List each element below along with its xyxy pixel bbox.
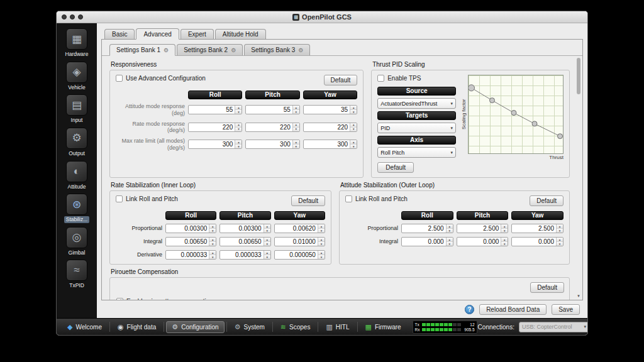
spin-up-icon[interactable]: ▲	[557, 224, 563, 229]
checkbox-box[interactable]	[116, 195, 123, 202]
gear-icon[interactable]: ⚙	[231, 47, 236, 53]
mode-welcome[interactable]: ◆ Welcome	[62, 321, 108, 333]
spin-down-icon[interactable]: ▼	[264, 229, 270, 233]
mode-firmware[interactable]: ▦ Firmware	[360, 321, 407, 333]
spin-up-icon[interactable]: ▲	[350, 106, 357, 110]
mode-flight-data[interactable]: ◉ Flight data	[112, 321, 162, 333]
attitude-proportional-yaw-spinbox[interactable]: 2.500▲▼	[511, 224, 564, 233]
rate-derivative-yaw-spinbox[interactable]: 0.000050▲▼	[274, 250, 325, 260]
attitude-response-pitch-spinbox[interactable]: 55▲▼	[245, 105, 299, 114]
gear-icon[interactable]: ⚙	[164, 47, 169, 53]
spin-down-icon[interactable]: ▼	[501, 242, 508, 246]
checkbox-box[interactable]: ✓	[116, 298, 123, 300]
mode-system[interactable]: ⚙ System	[229, 321, 270, 333]
spin-down-icon[interactable]: ▼	[293, 110, 299, 114]
spin-down-icon[interactable]: ▼	[318, 229, 325, 233]
spin-up-icon[interactable]: ▲	[264, 238, 270, 242]
sidebar-item-txpid[interactable]: ≈ TxPID	[66, 260, 87, 289]
spin-up-icon[interactable]: ▲	[501, 224, 508, 229]
rate-response-roll-spinbox[interactable]: 220▲▼	[188, 123, 242, 132]
spin-up-icon[interactable]: ▲	[447, 224, 453, 229]
rate-integral-yaw-spinbox[interactable]: 0.01000▲▼	[274, 237, 325, 246]
spin-up-icon[interactable]: ▲	[235, 123, 242, 128]
spin-down-icon[interactable]: ▼	[350, 128, 357, 131]
window-close-button[interactable]	[62, 14, 67, 19]
spin-up-icon[interactable]: ▲	[293, 123, 299, 128]
sidebar-item-gimbal[interactable]: ◎ Gimbal	[66, 227, 87, 256]
sidebar-item-output[interactable]: ⚙ Output	[66, 128, 87, 157]
spin-down-icon[interactable]: ▼	[293, 128, 299, 131]
spin-down-icon[interactable]: ▼	[235, 110, 242, 114]
spin-down-icon[interactable]: ▼	[557, 242, 563, 246]
window-zoom-button[interactable]	[78, 14, 83, 19]
max-rate-limit-pitch-spinbox[interactable]: 300▲▼	[245, 140, 299, 149]
reload-board-data-button[interactable]: Reload Board Data	[479, 304, 547, 315]
attitude-link-roll-pitch-checkbox[interactable]: Link Roll and Pitch	[345, 195, 408, 202]
sidebar-item-stabilization[interactable]: ⊛ Stabiliz...	[64, 194, 90, 223]
scrollbar-thumb[interactable]	[577, 58, 580, 94]
tps-default-button[interactable]: Default	[377, 162, 414, 173]
spin-down-icon[interactable]: ▼	[557, 229, 563, 233]
attitude-proportional-pitch-spinbox[interactable]: 2.500▲▼	[457, 224, 509, 233]
rate-integral-pitch-spinbox[interactable]: 0.00650▲▼	[219, 237, 270, 246]
window-titlebar[interactable]: ⊞ OpenPilot GCS	[57, 11, 587, 23]
mode-scopes[interactable]: ≋ Scopes	[275, 321, 316, 333]
spin-up-icon[interactable]: ▲	[209, 238, 216, 242]
spin-down-icon[interactable]: ▼	[209, 229, 216, 233]
tab-expert[interactable]: Expert	[180, 29, 214, 39]
spin-down-icon[interactable]: ▼	[350, 145, 357, 148]
tab-basic[interactable]: Basic	[104, 29, 135, 39]
spin-down-icon[interactable]: ▼	[447, 229, 453, 233]
vertical-scrollbar[interactable]: ▼	[576, 58, 581, 298]
spin-down-icon[interactable]: ▼	[235, 128, 242, 131]
rate-proportional-yaw-spinbox[interactable]: 0.00620▲▼	[274, 224, 325, 233]
spin-down-icon[interactable]: ▼	[501, 229, 508, 233]
spin-down-icon[interactable]: ▼	[209, 242, 216, 246]
rate-response-yaw-spinbox[interactable]: 220▲▼	[303, 123, 357, 132]
spin-up-icon[interactable]: ▲	[209, 251, 216, 255]
checkbox-box[interactable]	[116, 75, 123, 82]
spin-up-icon[interactable]: ▲	[318, 251, 325, 255]
spin-up-icon[interactable]: ▲	[318, 224, 325, 229]
spin-down-icon[interactable]: ▼	[447, 242, 453, 246]
sidebar-item-attitude[interactable]: ◐ Attitude	[66, 161, 88, 190]
spin-down-icon[interactable]: ▼	[293, 145, 299, 148]
rate-derivative-roll-spinbox[interactable]: 0.000033▲▼	[165, 250, 216, 260]
scrollbar-down-arrow[interactable]: ▼	[576, 294, 581, 298]
spin-down-icon[interactable]: ▼	[350, 110, 357, 114]
enable-pirouette-compensation-checkbox[interactable]: ✓ Enable pirouette compensation	[116, 298, 213, 300]
rate-link-roll-pitch-checkbox[interactable]: Link Roll and Pitch	[116, 195, 178, 202]
gear-icon[interactable]: ⚙	[298, 47, 303, 53]
spin-down-icon[interactable]: ▼	[264, 255, 270, 259]
tps-targets-select[interactable]: PID ▾	[377, 123, 456, 133]
tab-altitude-hold[interactable]: Altitude Hold	[215, 29, 266, 39]
tab-advanced[interactable]: Advanced	[136, 28, 179, 40]
pirouette-default-button[interactable]: Default	[530, 282, 564, 293]
spin-up-icon[interactable]: ▲	[235, 140, 242, 145]
spin-up-icon[interactable]: ▲	[264, 251, 270, 255]
spin-up-icon[interactable]: ▲	[264, 224, 270, 229]
spin-up-icon[interactable]: ▲	[293, 140, 299, 145]
spin-up-icon[interactable]: ▲	[501, 238, 508, 242]
rate-proportional-pitch-spinbox[interactable]: 0.00300▲▼	[219, 224, 270, 233]
rate-response-pitch-spinbox[interactable]: 220▲▼	[245, 123, 299, 132]
attitude-integral-pitch-spinbox[interactable]: 0.000▲▼	[457, 237, 509, 246]
checkbox-box[interactable]	[345, 195, 352, 202]
enable-tps-checkbox[interactable]: Enable TPS	[377, 75, 456, 82]
mode-configuration[interactable]: ⚙ Configuration	[166, 321, 224, 333]
spin-down-icon[interactable]: ▼	[318, 255, 325, 259]
sidebar-item-vehicle[interactable]: ◈ Vehicle	[66, 62, 87, 91]
help-icon[interactable]: ?	[465, 305, 474, 314]
spin-up-icon[interactable]: ▲	[293, 106, 299, 110]
attitude-response-roll-spinbox[interactable]: 55▲▼	[188, 105, 242, 114]
sidebar-item-input[interactable]: ▤ Input	[66, 94, 87, 124]
spin-down-icon[interactable]: ▼	[209, 255, 216, 259]
use-advanced-configuration-checkbox[interactable]: Use Advanced Configuration	[116, 75, 206, 82]
mode-hitl[interactable]: ▥ HITL	[320, 321, 355, 333]
rate-integral-roll-spinbox[interactable]: 0.00650▲▼	[165, 237, 216, 246]
rate-proportional-roll-spinbox[interactable]: 0.00300▲▼	[165, 224, 216, 233]
tab-settings-bank-2[interactable]: Settings Bank 2 ⚙	[177, 44, 243, 55]
spin-up-icon[interactable]: ▲	[447, 238, 453, 242]
connection-select[interactable]: USB: CopterControl ▾	[519, 322, 588, 332]
spin-up-icon[interactable]: ▲	[350, 123, 357, 128]
